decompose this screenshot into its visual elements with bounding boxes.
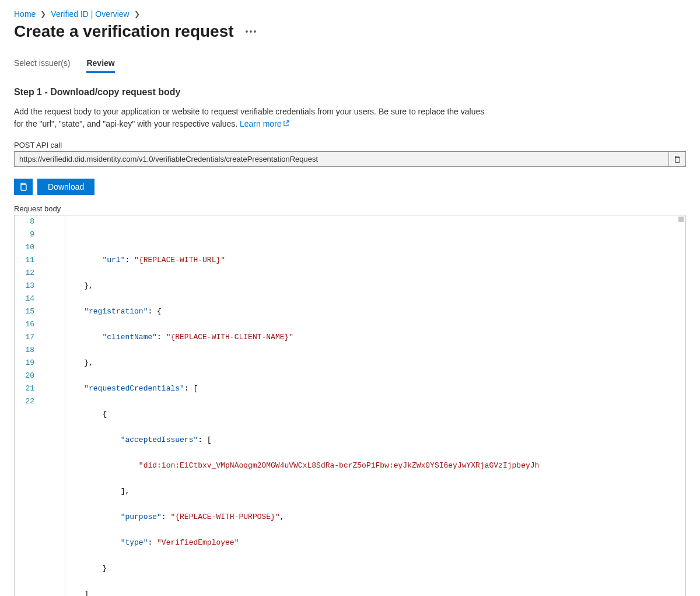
tab-review[interactable]: Review bbox=[86, 55, 114, 73]
api-url-input[interactable] bbox=[14, 151, 668, 167]
copy-icon bbox=[19, 182, 28, 191]
breadcrumb: Home ❯ Verified ID | Overview ❯ bbox=[14, 9, 686, 19]
chevron-right-icon: ❯ bbox=[134, 10, 140, 18]
tabs: Select issuer(s) Review bbox=[14, 55, 686, 73]
api-call-label: POST API call bbox=[14, 141, 686, 149]
request-body-label: Request body bbox=[14, 204, 686, 213]
step1-heading: Step 1 - Download/copy request body bbox=[14, 87, 686, 97]
code-editor[interactable]: 8 9 10 11 12 13 14 15 16 17 18 19 20 21 … bbox=[14, 215, 686, 596]
page-title: Create a verification request bbox=[14, 22, 234, 41]
scroll-marker bbox=[678, 217, 684, 222]
copy-icon bbox=[673, 155, 681, 163]
breadcrumb-verified-id[interactable]: Verified ID | Overview bbox=[51, 9, 129, 19]
copy-body-button[interactable] bbox=[14, 179, 33, 195]
tab-select-issuers[interactable]: Select issuer(s) bbox=[14, 55, 70, 73]
line-gutter: 8 9 10 11 12 13 14 15 16 17 18 19 20 21 … bbox=[15, 215, 45, 596]
copy-api-button[interactable] bbox=[668, 151, 686, 167]
breadcrumb-home[interactable]: Home bbox=[14, 9, 36, 19]
download-button[interactable]: Download bbox=[37, 179, 94, 195]
svg-rect-0 bbox=[676, 157, 680, 162]
chevron-right-icon: ❯ bbox=[40, 10, 46, 18]
step1-text: Add the request body to your application… bbox=[14, 106, 492, 130]
external-link-icon bbox=[283, 118, 289, 124]
more-icon[interactable]: ••• bbox=[243, 25, 260, 39]
svg-rect-1 bbox=[21, 184, 26, 190]
step1-learn-more-link[interactable]: Learn more bbox=[240, 119, 289, 128]
code-area[interactable]: "url": "{REPLACE-WITH-URL}" }, "registra… bbox=[45, 215, 685, 596]
